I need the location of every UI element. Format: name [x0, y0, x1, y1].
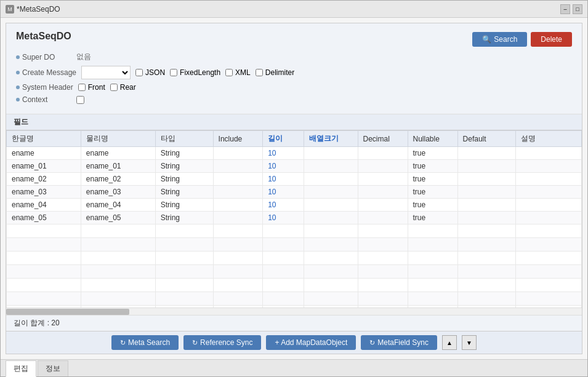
cell-nullable: true: [408, 186, 457, 199]
cell-type: String: [155, 160, 213, 173]
cell-default: [457, 147, 515, 160]
xml-label: XML: [235, 68, 251, 77]
cell-default: [457, 160, 515, 173]
cell-field_name: ename_02: [81, 173, 155, 186]
cell-description: [515, 212, 581, 224]
table-row[interactable]: enameenameString10true: [7, 147, 582, 160]
system-header-dot: [16, 85, 20, 89]
front-checkbox[interactable]: [78, 84, 86, 91]
context-label: Context: [16, 95, 71, 104]
table-row[interactable]: ename_01ename_01String10true: [7, 160, 582, 173]
scrollbar-thumb[interactable]: [6, 309, 129, 315]
super-do-value: 없음: [76, 52, 91, 62]
search-icon: 🔍: [482, 35, 491, 44]
cell-include: [213, 147, 263, 160]
cell-byte_size: [304, 173, 358, 186]
app-title: MetaSeqDO: [16, 31, 71, 42]
form-section: MetaSeqDO 🔍 Search Delete Super DO 없음: [6, 23, 582, 114]
cell-korean_name: ename_05: [7, 212, 81, 224]
bottom-toolbar: ↻ Meta Search ↻ Reference Sync + Add Map…: [6, 331, 582, 354]
cell-korean_name: ename_04: [7, 199, 81, 212]
xml-checkbox[interactable]: [225, 69, 233, 76]
table-row-empty: [7, 252, 582, 265]
system-header-label: System Header: [16, 83, 73, 92]
delimiter-checkbox[interactable]: [256, 69, 263, 76]
cell-length: 10: [263, 199, 304, 212]
delimiter-checkbox-group: Delimiter: [256, 68, 294, 77]
meta-search-button[interactable]: ↻ Meta Search: [111, 335, 179, 350]
context-checkbox[interactable]: [76, 96, 84, 104]
cell-korean_name: ename_03: [7, 186, 81, 199]
cell-type: String: [155, 199, 213, 212]
cell-default: [457, 186, 515, 199]
table-row[interactable]: ename_04ename_04String10true: [7, 199, 582, 212]
table-row[interactable]: ename_03ename_03String10true: [7, 186, 582, 199]
cell-field_name: ename_04: [81, 199, 155, 212]
create-message-select[interactable]: [81, 66, 131, 79]
cell-default: [457, 212, 515, 224]
delete-button[interactable]: Delete: [531, 32, 572, 47]
tab-bar: 편집 정보: [1, 359, 587, 376]
minimize-button[interactable]: –: [560, 4, 570, 14]
field-table-container[interactable]: 한글명 물리명 타입 Include 길이 배열크기 Decimal Nulla…: [6, 130, 582, 308]
summary-bar: 길이 합계 : 20: [6, 315, 582, 331]
col-field-name: 물리명: [81, 131, 155, 147]
json-label: JSON: [145, 68, 165, 77]
cell-type: String: [155, 147, 213, 160]
cell-decimal: [358, 173, 408, 186]
cell-include: [213, 160, 263, 173]
table-row-empty: [7, 224, 582, 238]
tab-info[interactable]: 정보: [38, 360, 68, 376]
window-title: *MetaSeqDO: [17, 5, 558, 14]
create-message-dot: [16, 71, 20, 74]
cell-decimal: [358, 160, 408, 173]
cell-default: [457, 173, 515, 186]
main-window: M *MetaSeqDO – □ MetaSeqDO 🔍 Search Dele…: [0, 0, 588, 377]
down-button[interactable]: ▼: [462, 335, 477, 350]
create-message-row: Create Message JSON FixedLength XML: [16, 66, 572, 79]
main-content-area: MetaSeqDO 🔍 Search Delete Super DO 없음: [6, 23, 582, 354]
fixedlength-checkbox[interactable]: [170, 69, 177, 76]
reference-sync-icon: ↻: [192, 339, 198, 347]
reference-sync-button[interactable]: ↻ Reference Sync: [183, 335, 261, 350]
rear-checkbox-group: Rear: [110, 83, 136, 92]
title-row: MetaSeqDO 🔍 Search Delete: [16, 31, 572, 48]
table-row-empty: [7, 292, 582, 306]
cell-length: 10: [263, 186, 304, 199]
search-button[interactable]: 🔍 Search: [472, 32, 527, 47]
super-do-label: Super DO: [16, 53, 71, 62]
field-section-title: 필드: [6, 114, 582, 130]
col-type: 타입: [155, 131, 213, 147]
rear-checkbox[interactable]: [110, 84, 118, 91]
super-do-dot: [16, 55, 20, 59]
cell-field_name: ename_01: [81, 160, 155, 173]
json-checkbox[interactable]: [135, 69, 143, 76]
fixedlength-label: FixedLength: [180, 68, 220, 77]
cell-nullable: true: [408, 160, 457, 173]
cell-byte_size: [304, 199, 358, 212]
front-label: Front: [88, 83, 105, 92]
up-button[interactable]: ▲: [442, 335, 457, 350]
cell-decimal: [358, 199, 408, 212]
table-row-empty: [7, 265, 582, 279]
table-row[interactable]: ename_02ename_02String10true: [7, 173, 582, 186]
add-map-dataobject-button[interactable]: + Add MapDataObject: [266, 335, 356, 350]
cell-type: String: [155, 186, 213, 199]
table-row[interactable]: ename_05ename_05String10true: [7, 212, 582, 224]
metafield-sync-button[interactable]: ↻ MetaField Sync: [361, 335, 437, 350]
horizontal-scrollbar[interactable]: [6, 308, 582, 315]
cell-description: [515, 186, 581, 199]
tab-edit[interactable]: 편집: [6, 360, 36, 377]
maximize-button[interactable]: □: [573, 4, 582, 14]
cell-type: String: [155, 173, 213, 186]
cell-length: 10: [263, 147, 304, 160]
col-decimal: Decimal: [358, 131, 408, 147]
cell-decimal: [358, 212, 408, 224]
table-row-empty: [7, 238, 582, 252]
fixedlength-checkbox-group: FixedLength: [170, 68, 220, 77]
cell-field_name: ename: [81, 147, 155, 160]
cell-byte_size: [304, 160, 358, 173]
front-checkbox-group: Front: [78, 83, 105, 92]
cell-nullable: true: [408, 199, 457, 212]
window-controls: – □: [560, 4, 582, 14]
